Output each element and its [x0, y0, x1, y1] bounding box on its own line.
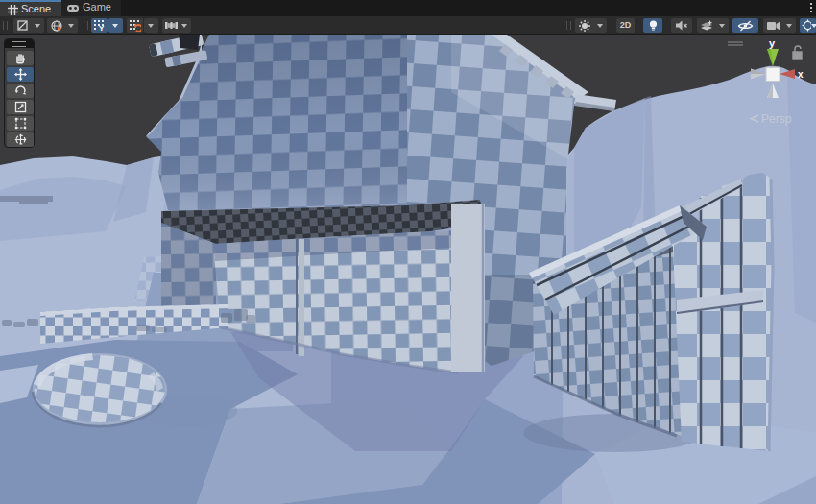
svg-text:Persp: Persp — [761, 112, 792, 126]
svg-text:x: x — [798, 69, 804, 80]
svg-text:y: y — [769, 37, 776, 49]
svg-text:Y: Y — [99, 24, 105, 31]
